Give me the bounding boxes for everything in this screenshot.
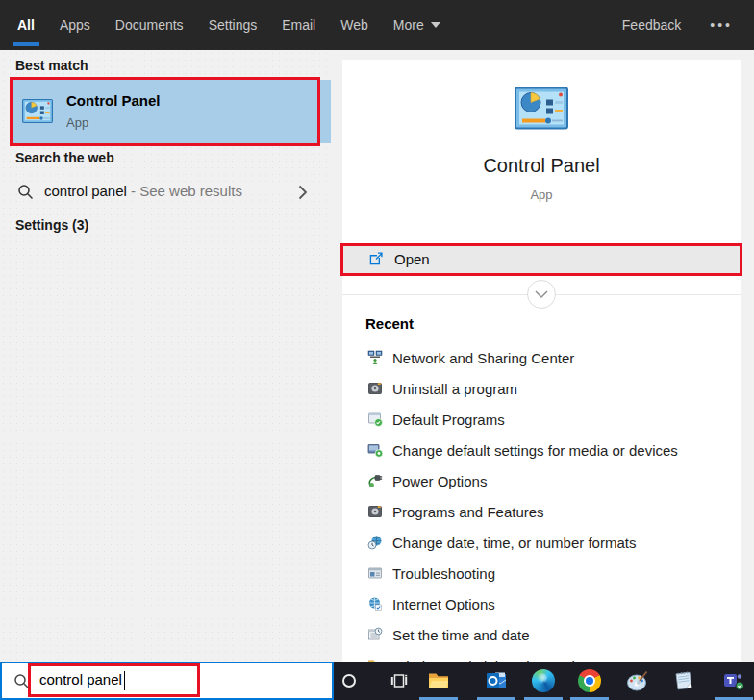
recent-item-label: Change default settings for media or dev…	[392, 442, 678, 459]
collapse-preview-button[interactable]	[527, 280, 556, 309]
control-panel-icon	[22, 98, 53, 124]
recent-item[interactable]: Troubleshooting	[342, 558, 741, 588]
preview-panel: Control Panel App Open Recent	[342, 60, 741, 662]
recent-item-label: Change date, time, or number formats	[392, 535, 636, 551]
windows-search-flyout: All Apps Documents Settings Email Web Mo…	[0, 0, 754, 700]
recent-item-label: Internet Options	[392, 596, 495, 612]
file-explorer-icon[interactable]	[427, 669, 450, 692]
recent-item-label: Programs and Features	[392, 504, 544, 520]
web-result-query: control panel	[44, 183, 127, 199]
header-right-group: Feedback •••	[622, 17, 754, 33]
recent-item[interactable]: Change default settings for media or dev…	[342, 435, 741, 465]
recent-item[interactable]: Change date, time, or number formats	[342, 527, 741, 558]
chevron-down-icon	[431, 22, 440, 28]
uninstall-program-icon	[367, 381, 383, 396]
search-header-bar: All Apps Documents Settings Email Web Mo…	[0, 0, 754, 50]
open-external-icon	[369, 252, 384, 266]
control-panel-icon	[515, 87, 568, 130]
tab-documents[interactable]: Documents	[115, 0, 184, 50]
open-command-label: Open	[394, 251, 430, 267]
notepad-icon[interactable]	[672, 669, 695, 692]
task-view-icon[interactable]	[390, 672, 408, 689]
taskbar-search-input[interactable]: control panel	[0, 662, 334, 700]
results-panel: Best match Control Panel App	[0, 50, 331, 662]
search-icon	[13, 673, 30, 689]
tab-email[interactable]: Email	[282, 0, 315, 50]
best-match-subtitle: App	[66, 115, 161, 130]
search-input-value: control panel	[39, 671, 122, 688]
tab-more-label: More	[393, 17, 424, 33]
tab-all[interactable]: All	[17, 0, 35, 50]
search-web-header: Search the web	[15, 150, 114, 165]
best-match-texts: Control Panel App	[66, 91, 161, 130]
default-programs-icon	[367, 412, 383, 427]
settings-group-header: Settings (3)	[15, 217, 88, 233]
recent-header: Recent	[365, 315, 414, 332]
cortana-icon[interactable]	[342, 674, 356, 688]
recent-item-label: Troubleshooting	[392, 565, 495, 582]
chevron-right-icon[interactable]	[298, 185, 308, 200]
troubleshooting-icon	[367, 565, 383, 581]
preview-app-title: Control Panel	[342, 155, 741, 177]
recent-item-label: Set the time and date	[392, 627, 530, 643]
tab-settings[interactable]: Settings	[209, 0, 258, 50]
overflow-menu-button[interactable]: •••	[710, 17, 733, 33]
preview-app-subtitle: App	[342, 188, 741, 202]
chevron-down-icon	[535, 290, 548, 299]
taskbar	[334, 662, 754, 700]
tab-apps[interactable]: Apps	[60, 0, 90, 50]
recent-item[interactable]: Set the time and date	[342, 619, 741, 650]
recent-list: Network and Sharing Center Uninstall a p…	[342, 342, 741, 662]
recent-item-label: Power Options	[392, 473, 487, 489]
best-match-header: Best match	[15, 58, 88, 73]
web-result-suffix-text: - See web results	[131, 183, 242, 199]
feedback-button[interactable]: Feedback	[622, 17, 681, 33]
date-time-format-icon	[367, 535, 383, 550]
recent-item[interactable]: Network and Sharing Center	[342, 342, 741, 373]
network-sharing-icon	[367, 350, 383, 365]
outlook-icon[interactable]	[485, 669, 508, 692]
search-icon	[17, 184, 34, 200]
best-match-title: Control Panel	[66, 91, 161, 111]
teams-icon[interactable]	[722, 669, 745, 692]
filter-tabs: All Apps Documents Settings Email Web Mo…	[0, 0, 465, 50]
recent-item[interactable]: Windows Administrative Tools	[342, 650, 741, 662]
web-search-result[interactable]: control panel - See web results	[0, 175, 331, 210]
power-options-icon	[367, 473, 383, 488]
recent-item[interactable]: Programs and Features	[342, 496, 741, 527]
recent-item[interactable]: Uninstall a program	[342, 373, 741, 404]
programs-features-icon	[367, 504, 383, 519]
recent-item-label: Uninstall a program	[392, 381, 517, 397]
recent-item[interactable]: Power Options	[342, 465, 741, 496]
chrome-icon[interactable]	[578, 669, 601, 692]
internet-options-icon	[367, 596, 383, 612]
media-devices-icon	[367, 442, 383, 458]
tab-more[interactable]: More	[393, 0, 440, 50]
edge-icon[interactable]	[532, 669, 555, 692]
recent-item-label: Network and Sharing Center	[392, 350, 574, 366]
paint-icon[interactable]	[626, 669, 649, 692]
recent-item[interactable]: Default Programs	[342, 404, 741, 435]
best-match-result[interactable]: Control Panel App	[13, 80, 331, 143]
search-results-body: Best match Control Panel App	[0, 50, 754, 662]
recent-item-label: Default Programs	[392, 412, 505, 428]
set-time-date-icon	[367, 627, 383, 642]
web-result-text: control panel - See web results	[44, 183, 242, 199]
recent-item[interactable]: Internet Options	[342, 588, 741, 619]
tab-web[interactable]: Web	[340, 0, 368, 50]
open-command[interactable]: Open	[342, 244, 741, 274]
text-cursor	[124, 671, 126, 690]
